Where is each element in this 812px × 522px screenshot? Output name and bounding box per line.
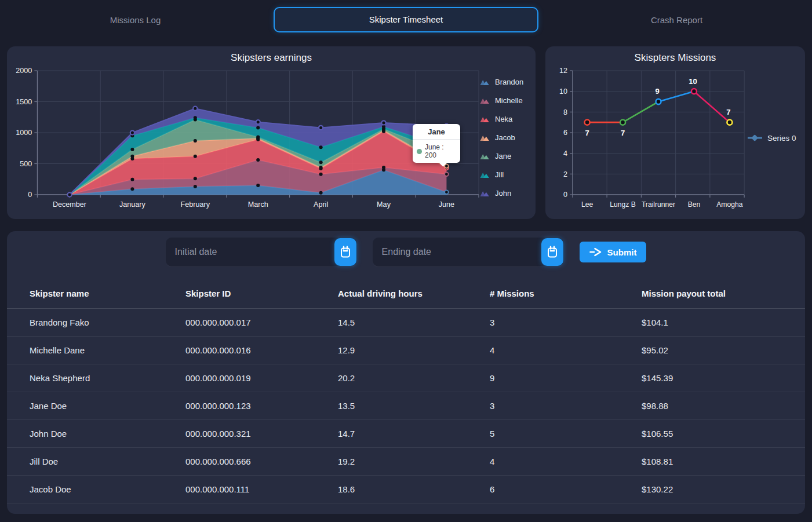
legend-item[interactable]: Jill <box>480 170 533 179</box>
svg-text:9: 9 <box>655 87 659 96</box>
legend-item[interactable]: Michelle <box>480 96 533 105</box>
earnings-chart[interactable]: Jane June : 200 0500100015002000December… <box>12 65 480 211</box>
missions-chart-title: Skispters Missions <box>545 46 805 64</box>
mountain-icon <box>480 134 490 141</box>
svg-text:March: March <box>248 200 268 209</box>
mountain-icon <box>480 189 490 197</box>
table-cell: 000.000.000.019 <box>185 373 338 383</box>
table-cell: 4 <box>490 345 642 355</box>
table-row: Jane Doe000.000.000.12313.53$98.88 <box>7 392 805 420</box>
legend-item[interactable]: Neka <box>480 115 533 123</box>
svg-text:2: 2 <box>563 170 567 178</box>
table-row: Jacob Doe000.000.000.11118.66$130.22 <box>7 476 805 503</box>
table-cell: 000.000.000.321 <box>185 429 338 439</box>
table-cell: John Doe <box>30 429 185 439</box>
table-cell: 5 <box>490 429 642 439</box>
svg-text:10: 10 <box>559 87 567 96</box>
tab-crash-report[interactable]: Crash Report <box>541 0 812 25</box>
tooltip-value-label: June : 200 <box>425 143 456 159</box>
svg-text:0: 0 <box>28 191 32 199</box>
calendar-icon <box>547 246 558 258</box>
table-cell: $145.39 <box>642 373 805 383</box>
svg-text:500: 500 <box>20 160 32 168</box>
mountain-icon <box>480 115 490 123</box>
tab-skipster-timesheet-wrap: Skipster Timesheet <box>271 0 541 32</box>
svg-text:Lungz B: Lungz B <box>610 200 636 209</box>
table-header-cell: # Missions <box>490 289 642 298</box>
svg-text:0: 0 <box>563 190 567 199</box>
svg-text:1000: 1000 <box>16 129 32 137</box>
svg-text:7: 7 <box>726 108 730 116</box>
table-cell: Brandong Fako <box>30 317 185 327</box>
svg-text:June: June <box>439 200 454 209</box>
missions-chart-svg: 024681012779107LeeLungz BTrailrunnerBenA… <box>550 65 747 211</box>
table-cell: Neka Shepherd <box>30 373 185 383</box>
send-arrow-icon <box>589 247 602 257</box>
table-cell: Jacob Doe <box>30 484 185 494</box>
earnings-chart-svg: 0500100015002000DecemberJanuaryFebruaryM… <box>12 65 480 211</box>
legend-item[interactable]: John <box>480 189 533 198</box>
table-cell: 000.000.000.017 <box>185 317 338 327</box>
tooltip-value-row: June : 200 <box>413 140 460 159</box>
submit-button[interactable]: Submit <box>580 242 647 262</box>
table-cell: 13.5 <box>338 401 490 411</box>
table-cell: 3 <box>490 401 642 411</box>
table-header-cell: Actual driving hours <box>338 289 490 298</box>
legend-label: John <box>495 189 511 198</box>
tab-missions-log[interactable]: Missions Log <box>0 0 271 25</box>
legend-item[interactable]: Brandon <box>480 78 533 86</box>
initial-date-calendar-button[interactable] <box>334 238 356 266</box>
missions-legend-label: Series 0 <box>767 134 796 143</box>
table-cell: 14.7 <box>338 429 490 439</box>
table-row: Michelle Dane000.000.000.01612.94$95.02 <box>7 337 805 364</box>
charts-row: Skipsters earnings Jane June : 200 05001… <box>7 46 805 219</box>
svg-text:7: 7 <box>585 129 589 137</box>
svg-text:Lee: Lee <box>581 200 593 209</box>
table-cell: 14.5 <box>338 317 490 327</box>
legend-item[interactable]: Jacob <box>480 133 533 142</box>
table-header-cell: Skipster ID <box>185 289 338 298</box>
earnings-chart-title: Skipsters earnings <box>7 46 536 64</box>
table-cell: $104.1 <box>642 317 805 327</box>
mountain-icon <box>480 171 490 178</box>
svg-text:12: 12 <box>559 66 567 75</box>
table-cell: 12.9 <box>338 345 490 355</box>
table-cell: 9 <box>490 373 642 383</box>
missions-chart[interactable]: 024681012779107LeeLungz BTrailrunnerBenA… <box>550 65 747 211</box>
table-cell: 20.2 <box>338 373 490 383</box>
legend-item[interactable]: Jane <box>480 152 533 160</box>
svg-text:2000: 2000 <box>16 67 32 75</box>
initial-date-input[interactable] <box>166 238 357 267</box>
legend-label: Michelle <box>495 96 523 105</box>
ending-date-calendar-button[interactable] <box>541 238 563 266</box>
svg-text:February: February <box>181 200 210 209</box>
missions-chart-body: 024681012779107LeeLungz BTrailrunnerBenA… <box>545 64 805 211</box>
svg-text:4: 4 <box>563 149 567 158</box>
missions-panel: Skispters Missions 024681012779107LeeLun… <box>545 46 805 219</box>
table-cell: 4 <box>490 457 642 466</box>
tab-skipster-timesheet[interactable]: Skipster Timesheet <box>274 7 538 32</box>
earnings-panel: Skipsters earnings Jane June : 200 05001… <box>7 46 536 219</box>
table-row: Neka Shepherd000.000.000.01920.29$145.39 <box>7 364 805 392</box>
submit-label: Submit <box>607 247 637 257</box>
table-cell: 6 <box>490 484 642 494</box>
table-cell: $130.22 <box>642 484 805 494</box>
table-cell: 000.000.000.666 <box>185 457 338 466</box>
svg-text:7: 7 <box>621 129 625 137</box>
table-cell: Michelle Dane <box>30 345 185 355</box>
table-cell: $98.88 <box>642 401 805 411</box>
mountain-icon <box>480 97 490 104</box>
table-cell: 19.2 <box>338 457 490 466</box>
svg-text:May: May <box>377 200 391 209</box>
tooltip-series-dot <box>417 149 422 154</box>
ending-date-input[interactable] <box>373 238 564 267</box>
table-cell: $106.55 <box>642 429 805 439</box>
table-header-row: Skipster nameSkipster IDActual driving h… <box>7 278 805 309</box>
svg-text:January: January <box>119 200 146 209</box>
mountain-icon <box>480 152 490 160</box>
table-cell: 000.000.000.016 <box>185 345 338 355</box>
svg-text:December: December <box>53 200 86 209</box>
table-row: John Doe000.000.000.32114.75$106.55 <box>7 420 805 448</box>
earnings-legend: Brandon Michelle Neka Jacob Jane Jill <box>480 65 533 211</box>
svg-text:Trailrunner: Trailrunner <box>642 200 675 209</box>
